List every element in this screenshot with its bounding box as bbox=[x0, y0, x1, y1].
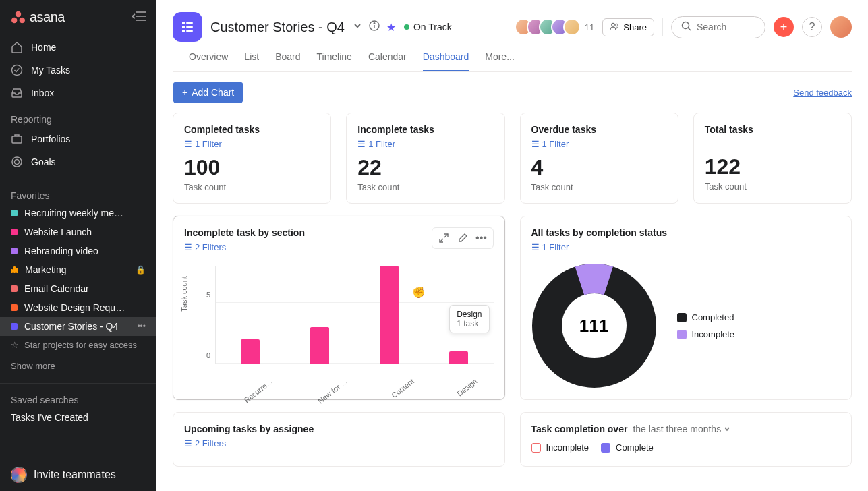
donut-chart-card[interactable]: All tasks by completion status ☰1 Filter… bbox=[520, 216, 852, 400]
stat-title: Incomplete tasks bbox=[357, 124, 493, 135]
tab-board[interactable]: Board bbox=[275, 51, 300, 71]
stat-card-total[interactable]: Total tasks 122 Task count bbox=[693, 113, 852, 204]
range-selector[interactable]: the last three months bbox=[633, 424, 730, 434]
status-dot-icon bbox=[404, 24, 409, 30]
saved-search-item[interactable]: Tasks I've Created bbox=[0, 408, 156, 427]
svg-rect-10 bbox=[182, 22, 185, 24]
donut-center-value: 111 bbox=[531, 263, 657, 388]
logo-text: asana bbox=[30, 9, 65, 25]
bar-chart-card[interactable]: Incomplete task by section ☰2 Filters ••… bbox=[173, 216, 505, 400]
share-button[interactable]: Share bbox=[602, 18, 654, 36]
upcoming-chart-card[interactable]: Upcoming tasks by assignee ☰2 Filters bbox=[173, 412, 505, 467]
tab-calendar[interactable]: Calendar bbox=[368, 51, 407, 71]
svg-point-0 bbox=[16, 11, 21, 16]
send-feedback-link[interactable]: Send feedback bbox=[793, 88, 852, 98]
stat-card-incomplete[interactable]: Incomplete tasks ☰1 Filter 22 Task count bbox=[346, 113, 504, 204]
bar[interactable] bbox=[310, 327, 329, 364]
nav-label: Inbox bbox=[31, 88, 54, 98]
info-icon[interactable] bbox=[369, 20, 380, 34]
filter-icon: ☰ bbox=[357, 139, 366, 149]
collapse-sidebar-icon[interactable] bbox=[132, 11, 146, 24]
chevron-down-icon bbox=[724, 426, 730, 432]
saved-search-label: Tasks I've Created bbox=[11, 412, 146, 423]
bar[interactable] bbox=[380, 266, 399, 364]
filter-link[interactable]: ☰2 Filters bbox=[184, 438, 494, 449]
logo[interactable]: asana bbox=[11, 9, 65, 25]
project-title: Customer Stories - Q4 bbox=[210, 20, 345, 35]
member-avatars[interactable]: 11 bbox=[520, 18, 594, 36]
filter-icon: ☰ bbox=[184, 139, 192, 149]
tab-list[interactable]: List bbox=[244, 51, 259, 71]
favorite-item[interactable]: Recruiting weekly me… bbox=[0, 204, 156, 223]
filter-link[interactable]: ☰1 Filter bbox=[531, 242, 841, 252]
user-avatar[interactable] bbox=[830, 16, 852, 38]
lock-icon: 🔒 bbox=[136, 265, 146, 275]
show-more[interactable]: Show more bbox=[0, 354, 156, 378]
nav-goals[interactable]: Goals bbox=[0, 150, 156, 173]
tab-overview[interactable]: Overview bbox=[189, 51, 228, 71]
chart-tooltip: Design 1 task bbox=[449, 305, 489, 333]
add-chart-button[interactable]: + Add Chart bbox=[173, 82, 243, 103]
search-input[interactable] bbox=[697, 22, 755, 32]
favorite-item[interactable]: Website Launch bbox=[0, 223, 156, 241]
nav-mytasks[interactable]: My Tasks bbox=[0, 59, 156, 82]
y-tick: 0 bbox=[206, 351, 210, 359]
expand-icon[interactable] bbox=[436, 231, 451, 246]
check-circle-icon bbox=[11, 64, 23, 76]
favorite-item[interactable]: Marketing🔒 bbox=[0, 260, 156, 279]
filter-link[interactable]: ☰1 Filter bbox=[531, 139, 667, 149]
favorite-item[interactable]: Rebranding video bbox=[0, 241, 156, 260]
bar[interactable] bbox=[449, 351, 468, 364]
member-count: 11 bbox=[585, 22, 594, 32]
svg-point-18 bbox=[374, 23, 375, 24]
tooltip-sub: 1 task bbox=[457, 319, 482, 328]
filter-link[interactable]: ☰1 Filter bbox=[357, 139, 493, 149]
stat-sub: Task count bbox=[531, 182, 667, 192]
tab-more[interactable]: More... bbox=[485, 51, 515, 71]
nav-portfolios[interactable]: Portfolios bbox=[0, 127, 156, 150]
svg-rect-12 bbox=[182, 30, 185, 32]
project-color-icon bbox=[11, 323, 18, 330]
avatar bbox=[563, 18, 581, 36]
favorite-item[interactable]: Website Design Requ… bbox=[0, 298, 156, 317]
svg-rect-15 bbox=[186, 30, 193, 32]
asana-logo-icon bbox=[11, 11, 26, 24]
stat-title: Overdue tasks bbox=[531, 124, 667, 135]
edit-icon[interactable] bbox=[455, 231, 470, 246]
portfolio-icon bbox=[11, 133, 23, 145]
completion-over-card[interactable]: Task completion over the last three mont… bbox=[520, 412, 852, 467]
filter-link[interactable]: ☰1 Filter bbox=[184, 139, 320, 149]
help-button[interactable]: ? bbox=[802, 17, 822, 37]
people-icon bbox=[610, 22, 619, 33]
stat-sub: Task count bbox=[184, 182, 320, 192]
bar[interactable] bbox=[241, 339, 260, 364]
status-label: On Track bbox=[413, 22, 452, 32]
favorite-item[interactable]: Email Calendar bbox=[0, 279, 156, 298]
add-chart-label: Add Chart bbox=[192, 87, 234, 98]
nav-home[interactable]: Home bbox=[0, 36, 156, 59]
status-pill[interactable]: On Track bbox=[404, 22, 452, 32]
tab-dashboard[interactable]: Dashboard bbox=[423, 51, 469, 71]
favorite-label: Website Design Requ… bbox=[24, 302, 146, 313]
stat-card-completed[interactable]: Completed tasks ☰1 Filter 100 Task count bbox=[173, 113, 331, 204]
filter-link[interactable]: ☰2 Filters bbox=[184, 242, 305, 252]
filter-icon: ☰ bbox=[531, 242, 540, 252]
tab-timeline[interactable]: Timeline bbox=[317, 51, 352, 71]
bars-icon bbox=[11, 266, 18, 273]
stat-card-overdue[interactable]: Overdue tasks ☰1 Filter 4 Task count bbox=[520, 113, 678, 204]
y-tick: 5 bbox=[206, 291, 210, 299]
search-box[interactable] bbox=[671, 16, 765, 38]
star-icon[interactable]: ★ bbox=[386, 21, 396, 34]
x-label: New for … bbox=[316, 377, 349, 405]
nav-inbox[interactable]: Inbox bbox=[0, 82, 156, 105]
star-hint: ☆Star projects for easy access bbox=[0, 336, 156, 354]
favorite-label: Recruiting weekly me… bbox=[24, 208, 146, 219]
sidebar: asana Home My Tasks Inbox Reporting Port… bbox=[0, 0, 156, 491]
global-add-button[interactable]: + bbox=[774, 17, 794, 37]
invite-teammates[interactable]: Invite teammates bbox=[0, 459, 156, 491]
legend-swatch-outline-icon bbox=[531, 443, 541, 453]
favorite-item-active[interactable]: Customer Stories - Q4••• bbox=[0, 317, 156, 336]
chevron-down-icon[interactable] bbox=[353, 21, 362, 33]
more-icon[interactable]: ••• bbox=[474, 231, 489, 246]
more-icon[interactable]: ••• bbox=[137, 322, 146, 331]
